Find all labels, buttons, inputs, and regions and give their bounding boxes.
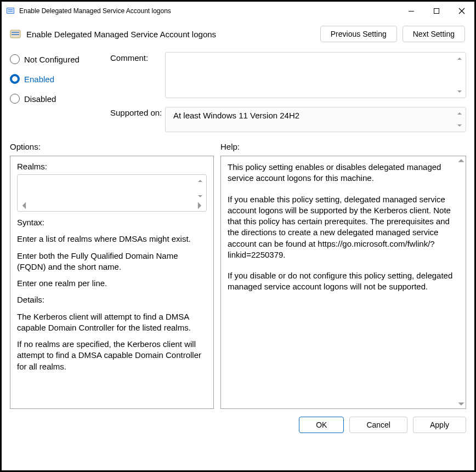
realms-label: Realms: bbox=[17, 162, 207, 171]
gpedit-app-icon bbox=[6, 7, 15, 15]
help-paragraph: This policy setting enables or disables … bbox=[228, 162, 459, 184]
svg-rect-7 bbox=[12, 32, 19, 33]
options-text: Syntax: Enter a list of realms where DMS… bbox=[17, 217, 207, 372]
options-syntax-heading: Syntax: bbox=[17, 217, 207, 228]
scroll-left-icon[interactable] bbox=[20, 201, 29, 210]
scroll-down-icon[interactable] bbox=[457, 400, 465, 408]
help-paragraph: If you disable or do not configure this … bbox=[228, 270, 459, 293]
help-heading: Help: bbox=[220, 142, 240, 151]
header-row: Enable Delegated Managed Service Account… bbox=[2, 20, 474, 42]
scroll-up-icon[interactable] bbox=[456, 110, 463, 117]
scroll-up-icon[interactable] bbox=[456, 55, 463, 62]
window-title: Enable Delegated Managed Service Account… bbox=[19, 7, 171, 15]
comment-label: Comment: bbox=[110, 52, 165, 62]
minimize-button[interactable] bbox=[399, 2, 424, 20]
apply-button[interactable]: Apply bbox=[413, 417, 466, 433]
scroll-right-icon[interactable] bbox=[195, 201, 204, 210]
cancel-button[interactable]: Cancel bbox=[349, 417, 407, 433]
options-details-heading: Details: bbox=[17, 294, 207, 305]
supported-on-value: At least Windows 11 Version 24H2 bbox=[173, 111, 299, 120]
radio-checked-icon bbox=[10, 74, 20, 84]
radio-disabled[interactable]: Disabled bbox=[10, 94, 100, 104]
titlebar: Enable Delegated Managed Service Account… bbox=[2, 2, 474, 20]
options-text-line: Enter both the Fully Qualified Domain Na… bbox=[17, 251, 207, 273]
svg-rect-3 bbox=[8, 11, 13, 12]
options-pane: Realms: Syntax: Enter a list of realms w… bbox=[10, 156, 214, 409]
previous-setting-button[interactable]: Previous Setting bbox=[320, 26, 397, 42]
svg-rect-4 bbox=[409, 11, 414, 12]
radio-unchecked-icon bbox=[10, 94, 20, 104]
radio-not-configured[interactable]: Not Configured bbox=[10, 54, 100, 64]
options-text-line: If no realms are specified, the Kerberos… bbox=[17, 339, 207, 372]
options-text-line: Enter a list of realms where DMSAs might… bbox=[17, 234, 207, 244]
scroll-down-icon[interactable] bbox=[456, 88, 463, 95]
supported-on-label: Supported on: bbox=[110, 107, 165, 117]
supported-on-field: At least Windows 11 Version 24H2 bbox=[165, 107, 466, 132]
options-text-line: Enter one realm per line. bbox=[17, 278, 207, 289]
radio-unchecked-icon bbox=[10, 54, 20, 64]
help-paragraph: If you enable this policy setting, deleg… bbox=[228, 194, 459, 261]
options-heading: Options: bbox=[10, 142, 220, 151]
dialog-button-bar: OK Cancel Apply bbox=[2, 409, 474, 441]
radio-label: Disabled bbox=[24, 94, 56, 104]
scroll-up-icon[interactable] bbox=[457, 157, 465, 164]
policy-title: Enable Delegated Managed Service Account… bbox=[26, 30, 216, 39]
svg-rect-2 bbox=[8, 9, 13, 10]
next-setting-button[interactable]: Next Setting bbox=[403, 26, 465, 42]
scroll-down-icon[interactable] bbox=[196, 192, 204, 200]
radio-enabled[interactable]: Enabled bbox=[10, 74, 100, 84]
radio-label: Enabled bbox=[24, 75, 54, 84]
help-pane: This policy setting enables or disables … bbox=[220, 156, 466, 409]
state-radio-group: Not Configured Enabled Disabled bbox=[10, 52, 100, 132]
options-text-line: The Kerberos client will attempt to find… bbox=[17, 311, 207, 334]
comment-textarea[interactable] bbox=[165, 52, 466, 98]
svg-rect-8 bbox=[12, 34, 19, 35]
ok-button[interactable]: OK bbox=[299, 417, 344, 433]
scroll-up-icon[interactable] bbox=[196, 177, 204, 185]
policy-icon bbox=[10, 29, 21, 39]
scroll-down-icon[interactable] bbox=[456, 122, 463, 129]
maximize-button[interactable] bbox=[424, 2, 449, 20]
radio-label: Not Configured bbox=[24, 55, 80, 64]
close-button[interactable] bbox=[449, 2, 474, 20]
realms-listbox[interactable] bbox=[17, 174, 207, 212]
svg-rect-5 bbox=[434, 9, 439, 14]
svg-rect-1 bbox=[7, 8, 14, 13]
policy-dialog-window: Enable Delegated Managed Service Account… bbox=[2, 2, 474, 470]
